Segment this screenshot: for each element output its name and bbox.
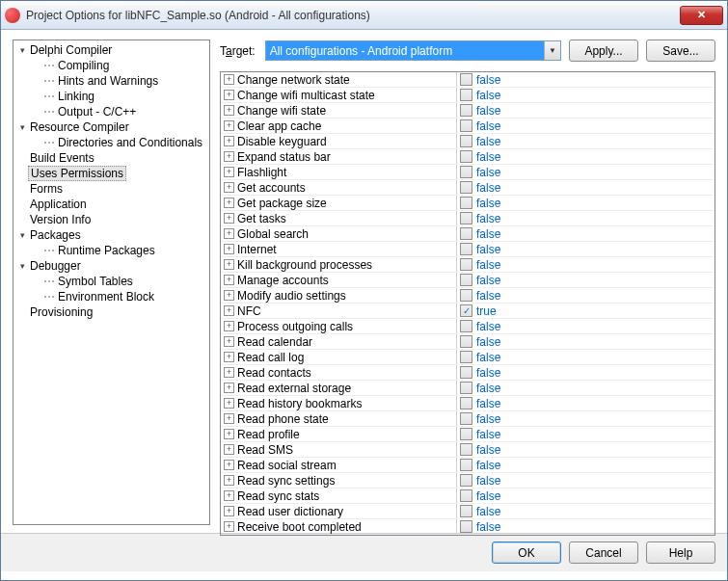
- permission-checkbox[interactable]: [460, 520, 472, 533]
- tree-item[interactable]: ▾Delphi Compiler: [13, 42, 209, 58]
- tree-item[interactable]: ▾Resource Compiler: [13, 119, 209, 135]
- expand-plus-icon[interactable]: +: [224, 90, 234, 100]
- permission-row[interactable]: +Change wifi multicast statefalse: [221, 88, 715, 103]
- tree-item[interactable]: ▾Debugger: [13, 258, 209, 274]
- permission-checkbox[interactable]: [460, 489, 472, 502]
- expand-plus-icon[interactable]: +: [224, 352, 234, 362]
- permissions-grid-body[interactable]: +Change network statefalse+Change wifi m…: [221, 72, 715, 535]
- permission-row[interactable]: +Read external storagefalse: [221, 381, 715, 396]
- permission-checkbox[interactable]: [460, 135, 472, 147]
- permission-checkbox[interactable]: [460, 104, 472, 117]
- permission-row[interactable]: +Manage accountsfalse: [221, 273, 715, 288]
- permission-checkbox[interactable]: [460, 150, 472, 163]
- expand-plus-icon[interactable]: +: [224, 383, 234, 393]
- permission-checkbox[interactable]: [460, 212, 472, 224]
- permission-value-cell[interactable]: false: [457, 427, 715, 441]
- permission-row[interactable]: +Get accountsfalse: [221, 180, 715, 196]
- tree-item[interactable]: ⋯Linking: [13, 89, 209, 104]
- ok-button[interactable]: OK: [492, 541, 561, 564]
- save-button[interactable]: Save...: [646, 40, 715, 62]
- tree-item[interactable]: Build Events: [13, 150, 209, 166]
- permission-checkbox[interactable]: [460, 243, 472, 255]
- target-combo[interactable]: All configurations - Android platform ▼: [265, 40, 561, 61]
- expand-plus-icon[interactable]: +: [224, 398, 234, 409]
- tree-item[interactable]: ⋯Compiling: [13, 58, 209, 73]
- tree-collapse-icon[interactable]: ▾: [17, 45, 28, 56]
- permission-checkbox[interactable]: [460, 181, 472, 194]
- permission-value-cell[interactable]: false: [457, 411, 715, 426]
- permission-checkbox[interactable]: [460, 397, 472, 409]
- chevron-down-icon[interactable]: ▼: [544, 41, 560, 60]
- permission-row[interactable]: +Process outgoing callsfalse: [221, 319, 715, 334]
- permission-value-cell[interactable]: false: [457, 149, 715, 164]
- expand-plus-icon[interactable]: +: [224, 182, 234, 193]
- permission-checkbox[interactable]: [460, 443, 472, 456]
- help-button[interactable]: Help: [646, 541, 715, 564]
- expand-plus-icon[interactable]: +: [224, 490, 234, 501]
- tree-item[interactable]: ⋯Directories and Conditionals: [13, 135, 209, 150]
- expand-plus-icon[interactable]: +: [224, 151, 234, 162]
- tree-item[interactable]: ⋯Symbol Tables: [13, 274, 209, 289]
- expand-plus-icon[interactable]: +: [224, 275, 234, 285]
- tree-item[interactable]: ⋯Hints and Warnings: [13, 73, 209, 89]
- expand-plus-icon[interactable]: +: [224, 475, 234, 486]
- permission-value-cell[interactable]: false: [457, 196, 715, 210]
- permission-value-cell[interactable]: false: [457, 165, 715, 179]
- permission-row[interactable]: +Read contactsfalse: [221, 365, 715, 381]
- permission-row[interactable]: +Read SMSfalse: [221, 442, 715, 458]
- permission-row[interactable]: +Read phone statefalse: [221, 411, 715, 427]
- tree-collapse-icon[interactable]: ▾: [17, 230, 28, 241]
- permission-value-cell[interactable]: false: [457, 226, 715, 241]
- tree-item[interactable]: Uses Permissions: [13, 166, 209, 181]
- tree-item[interactable]: ⋯Runtime Packages: [13, 243, 209, 258]
- expand-plus-icon[interactable]: +: [224, 429, 234, 439]
- permission-value-cell[interactable]: false: [457, 288, 715, 303]
- expand-plus-icon[interactable]: +: [224, 198, 234, 208]
- permission-checkbox[interactable]: [460, 351, 472, 363]
- permission-row[interactable]: +Change wifi statefalse: [221, 103, 715, 119]
- expand-plus-icon[interactable]: +: [224, 136, 234, 146]
- expand-plus-icon[interactable]: +: [224, 74, 234, 85]
- close-button[interactable]: ✕: [680, 6, 723, 25]
- permission-value-cell[interactable]: false: [457, 134, 715, 148]
- permission-row[interactable]: +Read profilefalse: [221, 427, 715, 442]
- permission-checkbox[interactable]: [460, 382, 472, 394]
- expand-plus-icon[interactable]: +: [224, 167, 234, 177]
- permission-row[interactable]: +Read calendarfalse: [221, 334, 715, 350]
- expand-plus-icon[interactable]: +: [224, 244, 234, 254]
- permission-checkbox[interactable]: [460, 366, 472, 379]
- permission-value-cell[interactable]: ✓true: [457, 304, 715, 318]
- permission-checkbox[interactable]: [460, 474, 472, 487]
- permission-value-cell[interactable]: false: [457, 319, 715, 333]
- tree-item[interactable]: Application: [13, 197, 209, 212]
- expand-plus-icon[interactable]: +: [224, 120, 234, 131]
- permission-value-cell[interactable]: false: [457, 257, 715, 272]
- permission-row[interactable]: +Receive boot completedfalse: [221, 519, 715, 535]
- permission-value-cell[interactable]: false: [457, 103, 715, 118]
- permission-value-cell[interactable]: false: [457, 489, 715, 503]
- permission-row[interactable]: +Internetfalse: [221, 242, 715, 257]
- permission-checkbox[interactable]: [460, 428, 472, 440]
- permission-checkbox[interactable]: [460, 89, 472, 101]
- permission-row[interactable]: +Expand status barfalse: [221, 149, 715, 165]
- tree-item[interactable]: ▾Packages: [13, 227, 209, 243]
- expand-plus-icon[interactable]: +: [224, 367, 234, 378]
- permission-row[interactable]: +Get tasksfalse: [221, 211, 715, 226]
- permission-checkbox[interactable]: [460, 274, 472, 286]
- permission-checkbox[interactable]: [460, 289, 472, 302]
- permission-value-cell[interactable]: false: [457, 211, 715, 225]
- expand-plus-icon[interactable]: +: [224, 521, 234, 532]
- expand-plus-icon[interactable]: +: [224, 213, 234, 224]
- expand-plus-icon[interactable]: +: [224, 413, 234, 424]
- permission-value-cell[interactable]: false: [457, 350, 715, 364]
- permission-value-cell[interactable]: false: [457, 334, 715, 349]
- expand-plus-icon[interactable]: +: [224, 290, 234, 301]
- expand-plus-icon[interactable]: +: [224, 444, 234, 455]
- permission-row[interactable]: +Read call logfalse: [221, 350, 715, 365]
- permission-checkbox[interactable]: [460, 335, 472, 348]
- permission-value-cell[interactable]: false: [457, 242, 715, 256]
- tree-item[interactable]: Forms: [13, 181, 209, 197]
- permission-checkbox[interactable]: [460, 320, 472, 332]
- permission-value-cell[interactable]: false: [457, 504, 715, 518]
- permission-value-cell[interactable]: false: [457, 88, 715, 102]
